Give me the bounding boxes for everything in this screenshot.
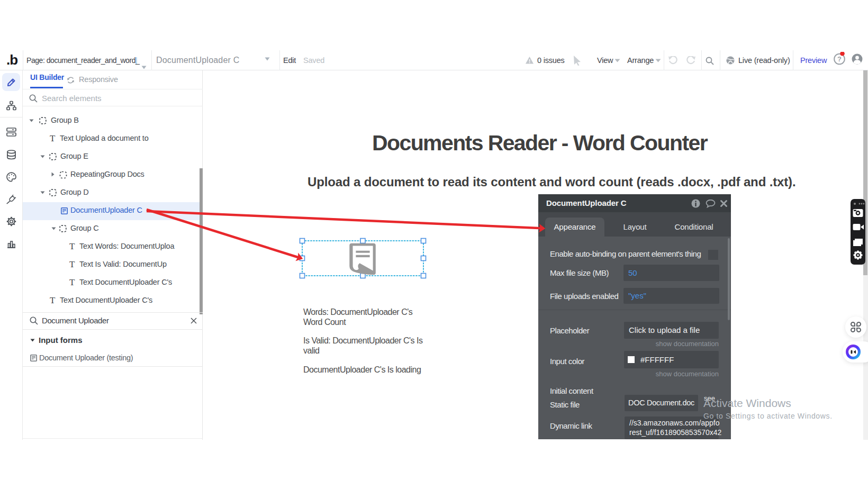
svg-text:?: ?	[837, 55, 842, 63]
